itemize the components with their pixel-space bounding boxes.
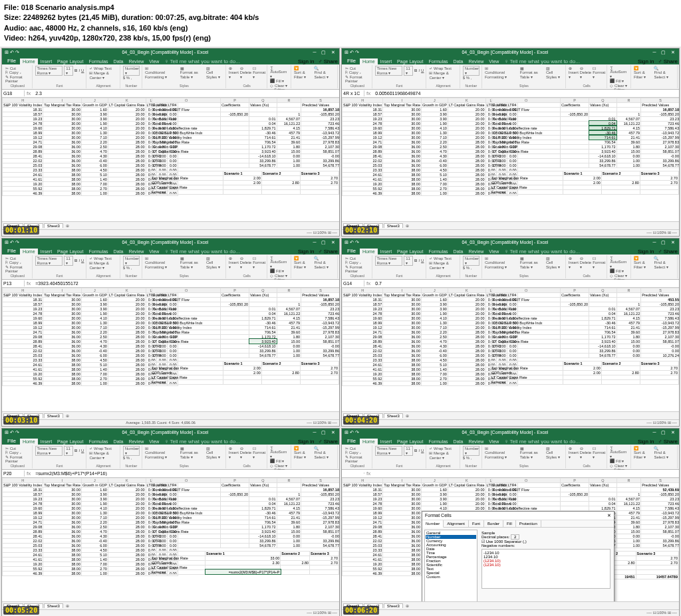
data-cell[interactable]: 28.00 [448,186,485,191]
ribbon-tab-home[interactable]: Home [360,58,378,64]
data-cell[interactable]: 36.00 [43,149,82,154]
data-cell[interactable]: 1.60 [421,487,448,492]
font-size-dropdown[interactable]: 11 ▾ [64,256,73,266]
data-cell[interactable]: 18.57 [3,112,43,116]
data-cell[interactable]: 28.89 [3,529,43,534]
data-cell[interactable]: 18.99 [342,510,383,515]
share-button[interactable]: ♂ Share [658,249,678,255]
data-cell[interactable]: 4.10 [81,126,108,130]
autosum-button[interactable]: ∑ AutoSum ▾ [610,66,628,78]
data-cell[interactable]: 28.89 [342,529,383,534]
data-cell[interactable]: 24.78 [342,121,383,126]
data-cell[interactable]: 28.00 [108,552,146,557]
sort-filter-button[interactable]: 🔽Sort & Filter ▾ [294,256,313,269]
data-cell[interactable]: 36.00 [383,158,422,163]
data-cell[interactable]: 20.00 [108,306,146,311]
data-cell[interactable]: 24.61 [342,552,383,557]
data-cell[interactable]: 38.00 [383,358,422,362]
scenario-cell[interactable]: LT Capital Gains Rate [491,185,563,189]
underline-icon[interactable]: U [81,68,84,72]
name-box[interactable]: G14 [342,280,364,286]
data-cell[interactable]: 2.70 [81,186,108,191]
data-cell[interactable]: 19.20 [3,371,43,376]
data-cell[interactable]: 30.00 [383,121,422,126]
data-cell[interactable]: 55.92 [3,186,43,191]
data-cell[interactable]: 28.00 [108,181,146,186]
maximize-icon[interactable]: ▢ [660,50,667,55]
format-cell-button[interactable]: ⊡Format ▾ [253,256,265,269]
data-cell[interactable]: 30.00 [383,130,422,135]
ribbon-tab-data[interactable]: Data [111,58,126,64]
col-header[interactable]: K [448,478,485,482]
fmt-table-button[interactable]: ▦Format as Table ▾ [180,66,205,79]
formula-bar[interactable] [372,90,679,96]
data-cell[interactable]: 24.61 [342,362,383,367]
col-header[interactable]: J [421,288,448,292]
data-cell[interactable]: 28.00 [448,344,485,348]
data-cell[interactable]: 30.00 [383,126,422,130]
scenario-cell[interactable] [281,569,310,574]
scenario-cell[interactable]: =sumx2(M3:M$6)+P17*(P14+P [205,569,281,574]
data-cell[interactable]: 4.70 [81,149,108,154]
ribbon-tab-insert[interactable]: Insert [378,249,395,255]
name-box[interactable] [342,472,364,474]
insert-cell-button[interactable]: ⊕Insert ▾ [229,256,239,269]
scenario-cell[interactable]: Forecast [151,569,205,574]
scenario-cell[interactable]: 2.80 [601,180,640,185]
ribbon-tab-formulas[interactable]: Formulas [86,439,110,445]
data-cell[interactable]: 5.10 [421,362,448,367]
sheet-tab-sheet3[interactable]: Sheet3 [384,603,403,608]
sign-in-link[interactable]: Sign in [298,249,314,255]
data-cell[interactable]: 30.00 [43,316,82,320]
data-cell[interactable]: 22.02 [3,538,43,543]
data-cell[interactable]: 28.00 [108,524,146,529]
data-cell[interactable]: 4.30 [81,344,108,348]
data-cell[interactable]: 36.00 [43,344,82,348]
data-cell[interactable]: 1.60 [81,297,108,302]
wrap-text-button[interactable]: ⤶ Wrap Text [89,446,117,451]
scenario-cell[interactable]: 2.00 [563,365,601,370]
data-cell[interactable]: 36.00 [383,353,422,358]
data-cell[interactable]: 24.78 [3,501,43,506]
dialog-close-icon[interactable]: ✕ [607,513,611,518]
formula-bar[interactable] [372,280,679,286]
scenario-cell[interactable] [563,375,601,379]
ribbon-tab-data[interactable]: Data [451,439,466,445]
data-cell[interactable]: 6.00 [81,543,108,548]
data-cell[interactable]: 28.00 [108,163,146,167]
data-cell[interactable]: 7.10 [81,515,108,520]
data-cell[interactable]: -0.40 [81,538,108,543]
data-cell[interactable]: 24.78 [342,311,383,316]
data-cell[interactable]: 38.00 [383,381,422,385]
spreadsheet-area[interactable]: HIJKLMNS&P 100 Volatility IndexTop Margi… [2,98,339,221]
data-cell[interactable]: -0.40 [81,348,108,353]
data-cell[interactable]: 2.70 [81,376,108,381]
data-cell[interactable]: 38.00 [43,548,82,552]
data-cell[interactable]: 55.92 [3,566,43,571]
autosum-button[interactable]: ∑ AutoSum ▾ [270,256,289,268]
data-cell[interactable]: 38.00 [383,186,422,191]
fmt-table-button[interactable]: ▦Format as Table ▾ [180,256,205,269]
scenario-cell[interactable] [601,365,640,370]
data-cell[interactable]: 1.60 [421,107,448,112]
ribbon-tab-review[interactable]: Review [126,249,146,255]
merge-center-button[interactable]: ⊞ Merge & Center ▾ [429,451,457,460]
data-cell[interactable]: 24.61 [3,172,43,177]
data-cell[interactable]: 23.33 [3,167,43,172]
data-cell[interactable]: 28.41 [3,534,43,538]
tell-me-field[interactable]: ♀ Tell me what you want to do... [164,439,239,445]
data-cell[interactable]: 4.30 [81,154,108,158]
data-cell[interactable]: -0.40 [81,158,108,163]
data-cell[interactable]: 18.31 [3,487,43,492]
data-cell[interactable]: 19.20 [342,562,383,566]
autosum-button[interactable]: ∑ AutoSum ▾ [610,256,628,268]
fill-button[interactable]: ⬛ Fill ▾ [270,268,289,273]
data-cell[interactable]: 2.70 [421,376,448,381]
share-button[interactable]: ♂ Share [658,58,678,64]
data-cell[interactable]: 29.08 [3,524,43,529]
data-cell[interactable]: 2.50 [81,144,108,149]
data-cell[interactable]: 1.90 [421,121,448,126]
bold-icon[interactable]: B [74,258,77,262]
data-cell[interactable]: 24.71 [3,330,43,334]
data-cell[interactable]: 24.78 [3,311,43,316]
